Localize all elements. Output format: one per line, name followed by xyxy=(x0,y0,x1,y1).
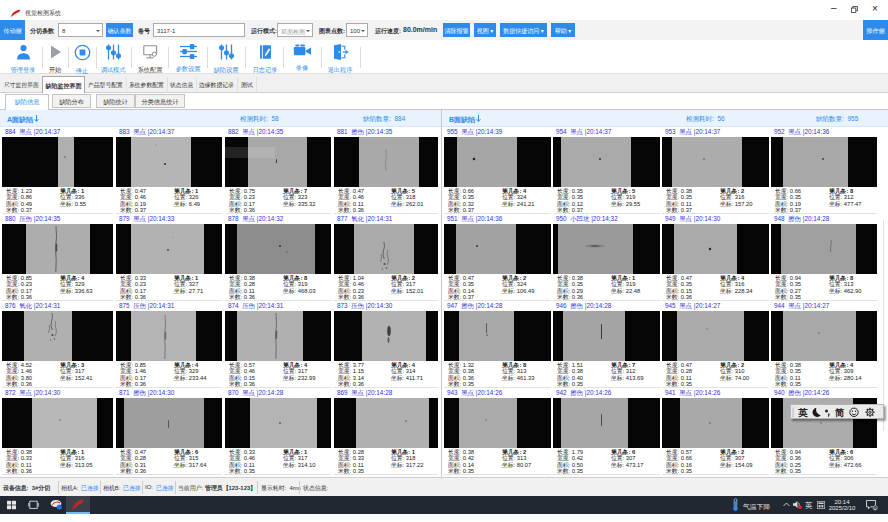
svg-text:英: 英 xyxy=(798,407,808,418)
svg-text:简: 简 xyxy=(834,407,845,418)
